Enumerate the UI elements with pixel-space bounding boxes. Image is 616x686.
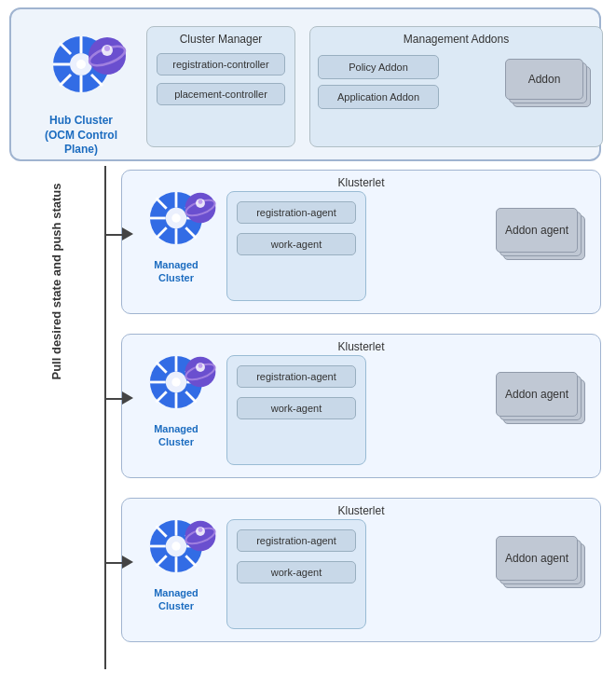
hub-cluster-label: Hub Cluster (OCM Control Plane): [30, 114, 132, 158]
cluster-manager-box: Cluster Manager registration-controller …: [146, 26, 295, 147]
placement-controller-box: placement-controller: [157, 83, 285, 105]
klusterlet-label-3: Klusterlet: [337, 504, 384, 517]
stacked-addons-area: Addon: [505, 59, 589, 118]
work-agent-box-1: work-agent: [237, 233, 356, 255]
svg-point-29: [198, 199, 203, 204]
registration-agent-box-3: registration-agent: [237, 529, 356, 552]
klusterlet-inner-2: registration-agent work-agent: [226, 355, 366, 465]
addon-agents-2: Addon agent: [496, 372, 589, 435]
vertical-connector-line: [104, 166, 106, 669]
registration-agent-box-1: registration-agent: [237, 201, 356, 224]
addon-card-front: Addon: [505, 59, 583, 100]
addon-agents-1: Addon agent: [496, 208, 589, 271]
mc-icon-area-3: Managed Cluster: [130, 519, 223, 613]
mc-icon-area-2: Managed Cluster: [130, 355, 223, 449]
addon-agents-3: Addon agent: [496, 536, 589, 599]
managed-cluster-box-1: Klusterlet: [121, 170, 601, 314]
mc-planet-1: [184, 191, 217, 225]
ocm-planet-icon: [87, 35, 128, 76]
klusterlet-label-2: Klusterlet: [337, 340, 384, 353]
mc-planet-2: [184, 355, 217, 389]
svg-point-10: [76, 60, 86, 69]
svg-point-44: [198, 364, 203, 368]
diagram: Hub Cluster (OCM Control Plane) Cluster …: [0, 0, 616, 686]
h-connector-1: [105, 234, 122, 236]
addon-list: Policy Addon Application Addon: [318, 55, 439, 115]
klusterlet-inner-1: registration-agent work-agent: [226, 191, 366, 301]
svg-point-55: [171, 542, 180, 550]
addon-agent-front-1: Addon agent: [496, 208, 578, 253]
mc-planet-3: [184, 519, 217, 553]
hub-k8s-icon-area: Hub Cluster (OCM Control Plane): [30, 35, 132, 158]
klusterlet-inner-3: registration-agent work-agent: [226, 519, 366, 629]
pull-label: Pull desired state and push status: [49, 287, 63, 380]
management-addons-box: Management Addons Policy Addon Applicati…: [309, 26, 603, 147]
managed-cluster-box-3: Klusterlet: [121, 498, 601, 642]
addon-agent-front-2: Addon agent: [496, 372, 578, 417]
hub-cluster-box: Hub Cluster (OCM Control Plane) Cluster …: [9, 7, 601, 161]
svg-point-59: [198, 528, 203, 532]
mc-label-3: Managed Cluster: [130, 586, 223, 613]
mc-label-1: Managed Cluster: [130, 258, 223, 285]
work-agent-box-2: work-agent: [237, 397, 356, 419]
mc-label-2: Managed Cluster: [130, 422, 223, 449]
cluster-manager-label: Cluster Manager: [147, 27, 294, 46]
registration-agent-box-2: registration-agent: [237, 365, 356, 388]
h-connector-2: [105, 398, 122, 400]
addon-agent-front-3: Addon agent: [496, 536, 578, 581]
managed-cluster-box-2: Klusterlet: [121, 334, 601, 478]
svg-point-40: [171, 377, 180, 386]
svg-point-14: [104, 46, 110, 51]
work-agent-box-3: work-agent: [237, 561, 356, 583]
policy-addon-box: Policy Addon: [318, 55, 439, 79]
svg-point-25: [171, 213, 180, 222]
registration-controller-box: registration-controller: [157, 53, 285, 75]
application-addon-box: Application Addon: [318, 85, 439, 109]
klusterlet-label-1: Klusterlet: [337, 176, 384, 189]
management-addons-label: Management Addons: [310, 27, 602, 46]
mc-icon-area-1: Managed Cluster: [130, 191, 223, 285]
h-connector-3: [105, 562, 122, 564]
